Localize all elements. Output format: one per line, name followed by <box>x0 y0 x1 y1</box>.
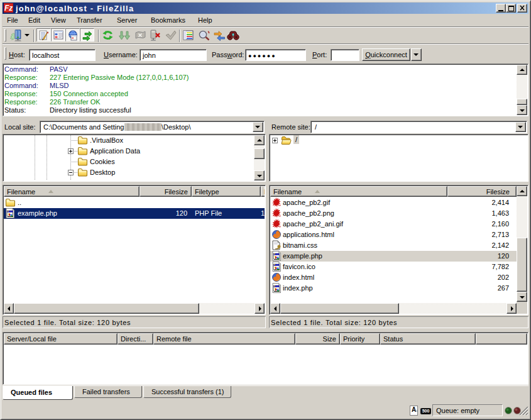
svg-text:Fz: Fz <box>4 4 13 13</box>
